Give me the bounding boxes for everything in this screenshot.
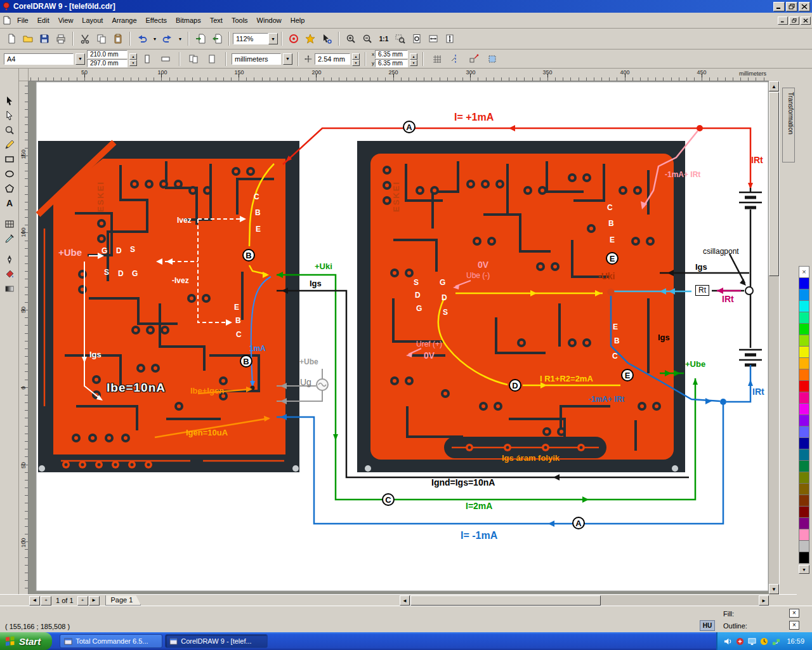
whats-this-help-button[interactable] — [319, 32, 334, 46]
color-swatch[interactable] — [799, 335, 809, 347]
taskbar-app-button[interactable]: Total Commander 6.5... — [60, 634, 162, 648]
color-swatch[interactable] — [799, 529, 809, 541]
tray-antivirus-icon[interactable] — [736, 637, 744, 646]
duplicate-distance-x-field[interactable]: 6.35 mm — [375, 50, 408, 58]
menu-item[interactable]: Text — [206, 14, 227, 27]
snap-to-guidelines-button[interactable] — [448, 52, 463, 66]
drawing-label[interactable]: Ug — [300, 378, 311, 387]
start-button[interactable]: Start — [0, 632, 52, 650]
last-page-button[interactable]: ► — [89, 596, 100, 606]
drawing-label[interactable]: G — [440, 279, 445, 287]
drawing-label[interactable]: B — [235, 317, 241, 325]
menu-item[interactable]: File — [13, 14, 33, 27]
drawing-label[interactable]: Ibe+Igen — [190, 387, 224, 395]
scroll-right-button[interactable]: ► — [759, 595, 769, 606]
vertical-scroll-thumb[interactable] — [769, 92, 779, 276]
color-swatch[interactable] — [799, 323, 809, 335]
color-swatch[interactable] — [799, 289, 809, 301]
color-swatch[interactable] — [799, 483, 809, 495]
interactive-fill-tool[interactable] — [1, 282, 18, 296]
color-swatch[interactable] — [799, 552, 809, 564]
drawing-label[interactable]: B — [240, 355, 252, 368]
print-button[interactable] — [53, 32, 69, 46]
menu-item[interactable]: View — [54, 14, 78, 27]
shape-tool[interactable] — [1, 109, 18, 123]
drawing-label[interactable]: 0V — [478, 260, 488, 270]
redo-button[interactable] — [160, 32, 175, 46]
right-pcb-board[interactable] — [357, 141, 685, 472]
outline-none-indicator[interactable]: × — [789, 621, 799, 630]
color-swatch[interactable] — [799, 517, 809, 529]
units-dropdown-button[interactable]: ▼ — [283, 53, 292, 65]
fill-none-indicator[interactable]: × — [789, 609, 799, 618]
drawing-label[interactable]: E — [613, 323, 618, 331]
mdi-minimize-button[interactable] — [778, 17, 788, 25]
outline-pen-tool[interactable] — [1, 253, 18, 267]
color-swatch[interactable] — [799, 357, 809, 369]
text-tool[interactable]: A — [1, 196, 18, 210]
drawing-label[interactable]: +Ube — [299, 358, 318, 366]
color-swatch[interactable] — [799, 392, 809, 404]
red-junction-dot[interactable] — [697, 125, 703, 131]
drawing-label[interactable]: C — [236, 331, 242, 339]
drawing-label[interactable]: D — [118, 270, 124, 278]
drawing-label[interactable]: G — [416, 305, 422, 313]
scroll-up-button[interactable]: ▲ — [769, 81, 779, 91]
drawing-label[interactable]: Igs — [658, 333, 670, 342]
drawing-label[interactable]: Ivez — [177, 216, 192, 225]
paper-type-dropdown-button[interactable]: ▼ — [75, 53, 85, 65]
page-tab[interactable]: Page 1 — [105, 595, 141, 606]
graph-paper-tool[interactable] — [1, 217, 18, 231]
minimize-button[interactable] — [773, 2, 785, 11]
drawing-label[interactable]: S — [414, 279, 419, 287]
drawing-label[interactable]: +Uki — [315, 262, 332, 271]
blue-junction-dot[interactable] — [720, 399, 726, 405]
restore-button[interactable] — [786, 2, 797, 11]
drawing-label[interactable]: C — [382, 493, 395, 506]
drawing-label[interactable]: Uref (+) — [416, 340, 442, 348]
taskbar-app-button[interactable]: CorelDRAW 9 - [telef... — [165, 634, 268, 648]
zoom-in-button[interactable] — [343, 32, 358, 46]
zoom-to-height-button[interactable] — [442, 32, 457, 46]
ellipse-tool[interactable] — [1, 167, 18, 181]
undo-dropdown-button[interactable]: ▾ — [151, 32, 159, 46]
drawing-label[interactable]: 0V — [424, 351, 435, 361]
drawing-label[interactable]: Ignd=Igs=10nA — [431, 478, 495, 488]
tray-network-icon[interactable] — [772, 637, 780, 646]
color-swatch[interactable] — [799, 312, 809, 324]
color-swatch[interactable] — [799, 403, 809, 415]
zoom-actual-size-button[interactable]: 1:1 — [376, 32, 391, 46]
drawing-label[interactable]: C — [607, 204, 613, 212]
drawing-label[interactable]: S — [130, 246, 135, 254]
color-swatch[interactable] — [799, 300, 809, 312]
color-swatch[interactable] — [799, 494, 809, 507]
drawing-label[interactable]: Igs — [695, 263, 707, 272]
drawing-label[interactable]: Ube (-) — [466, 272, 490, 280]
polygon-tool[interactable] — [1, 182, 18, 196]
portrait-button[interactable] — [140, 52, 155, 66]
drawing-label[interactable]: D — [442, 294, 447, 302]
drawing-label[interactable]: E — [606, 252, 619, 265]
drawing-label[interactable]: IRt — [722, 295, 734, 304]
export-button[interactable] — [209, 32, 225, 46]
zoom-tool[interactable] — [1, 123, 18, 137]
save-button[interactable] — [37, 32, 52, 46]
drawing-label[interactable]: I= +1mA — [454, 112, 494, 123]
duplicate-distance-spinner[interactable]: ▲▼ — [410, 53, 417, 65]
color-swatch[interactable] — [799, 346, 809, 358]
add-page-before-button[interactable]: + — [41, 596, 51, 606]
undo-button[interactable] — [134, 32, 150, 46]
color-swatch[interactable] — [799, 506, 809, 518]
paper-height-field[interactable]: 297.0 mm — [87, 59, 128, 67]
menu-item[interactable]: Tools — [227, 14, 252, 27]
document-icon[interactable] — [1, 16, 13, 25]
paper-size-spinner[interactable]: ▲▼ — [129, 53, 137, 65]
drawing-label[interactable]: B — [608, 220, 614, 228]
menu-item[interactable]: Bitmaps — [171, 14, 206, 27]
menu-item[interactable]: Help — [286, 14, 310, 27]
palette-scroll-down-button[interactable]: ▼ — [799, 565, 809, 574]
zoom-to-page-button[interactable] — [409, 32, 424, 46]
color-swatch[interactable] — [799, 415, 809, 427]
paste-button[interactable] — [110, 32, 126, 46]
menu-item[interactable]: Edit — [33, 14, 54, 27]
